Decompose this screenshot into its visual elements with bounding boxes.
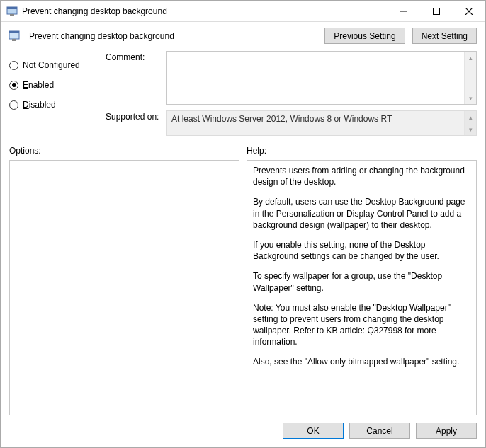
comment-scrollbar[interactable]: ▴ ▾ xyxy=(464,52,476,104)
radio-enabled-label: Enabled xyxy=(23,80,54,90)
prev-post: revious Setting xyxy=(339,31,395,41)
comment-label: Comment: xyxy=(106,51,162,62)
supported-on-box: At least Windows Server 2012, Windows 8 … xyxy=(166,110,477,136)
comment-textarea[interactable]: ▴ ▾ xyxy=(166,51,477,105)
help-paragraph: Note: You must also enable the "Desktop … xyxy=(253,302,470,348)
help-label: Help: xyxy=(247,146,477,156)
apply-accel: A xyxy=(436,426,441,436)
svg-rect-9 xyxy=(12,39,16,41)
help-paragraph: To specify wallpaper for a group, use th… xyxy=(253,270,470,293)
options-box[interactable] xyxy=(9,160,239,415)
svg-rect-8 xyxy=(9,31,19,33)
scroll-up-icon: ▴ xyxy=(465,111,476,123)
app-icon xyxy=(6,6,18,17)
radio-disabled[interactable]: Disabled xyxy=(9,95,101,115)
prev-accel: P xyxy=(334,31,339,41)
radio-disabled-dot xyxy=(9,100,18,110)
policy-header: Prevent changing desktop background Prev… xyxy=(1,22,485,51)
next-post: ext Setting xyxy=(427,31,468,41)
radio-not-configured-dot xyxy=(9,61,18,70)
policy-icon xyxy=(8,29,22,43)
policy-title: Prevent changing desktop background xyxy=(29,31,317,41)
scroll-up-icon: ▴ xyxy=(465,52,476,64)
help-pane: Help: Prevents users from adding or chan… xyxy=(247,146,477,415)
help-box[interactable]: Prevents users from adding or changing t… xyxy=(247,160,477,415)
maximize-button[interactable] xyxy=(420,1,453,21)
titlebar: Prevent changing desktop background xyxy=(1,1,485,22)
options-pane: Options: xyxy=(9,146,239,415)
previous-setting-button[interactable]: Previous Setting xyxy=(324,28,405,44)
apply-button[interactable]: Apply xyxy=(416,423,477,439)
svg-rect-2 xyxy=(10,14,14,16)
close-button[interactable] xyxy=(453,1,485,21)
next-setting-button[interactable]: Next Setting xyxy=(412,28,477,44)
radio-not-configured-label: Not Configured xyxy=(23,60,80,70)
apply-rest: pply xyxy=(441,426,457,436)
lower-area: Options: Help: Prevents users from addin… xyxy=(1,140,485,415)
svg-rect-1 xyxy=(7,7,17,9)
help-paragraph: By default, users can use the Desktop Ba… xyxy=(253,196,470,231)
supported-scrollbar[interactable]: ▴ ▾ xyxy=(464,111,476,135)
minimize-button[interactable] xyxy=(388,1,420,21)
supported-on-label: Supported on: xyxy=(106,110,162,122)
ok-button[interactable]: OK xyxy=(283,423,344,439)
help-paragraph: Also, see the "Allow only bitmapped wall… xyxy=(253,356,470,367)
scroll-down-icon: ▾ xyxy=(465,123,476,135)
options-label: Options: xyxy=(9,146,239,156)
cancel-button[interactable]: Cancel xyxy=(349,423,410,439)
dialog-footer: OK Cancel Apply xyxy=(1,415,485,447)
state-radios: Not Configured Enabled Disabled xyxy=(9,51,101,136)
config-area: Not Configured Enabled Disabled Comment:… xyxy=(1,51,485,140)
config-fields: Comment: ▴ ▾ Supported on: At least Wind… xyxy=(106,51,477,136)
window-title: Prevent changing desktop background xyxy=(22,6,388,16)
radio-not-configured[interactable]: Not Configured xyxy=(9,55,101,75)
next-accel: N xyxy=(422,31,428,41)
radio-enabled-dot xyxy=(9,81,18,90)
help-paragraph: If you enable this setting, none of the … xyxy=(253,239,470,262)
help-paragraph: Prevents users from adding or changing t… xyxy=(253,165,470,188)
radio-enabled[interactable]: Enabled xyxy=(9,75,101,95)
svg-rect-4 xyxy=(434,8,440,14)
supported-on-value: At least Windows Server 2012, Windows 8 … xyxy=(171,114,392,124)
radio-disabled-label: Disabled xyxy=(23,100,56,110)
scroll-down-icon: ▾ xyxy=(465,92,476,104)
window-controls xyxy=(388,1,485,21)
